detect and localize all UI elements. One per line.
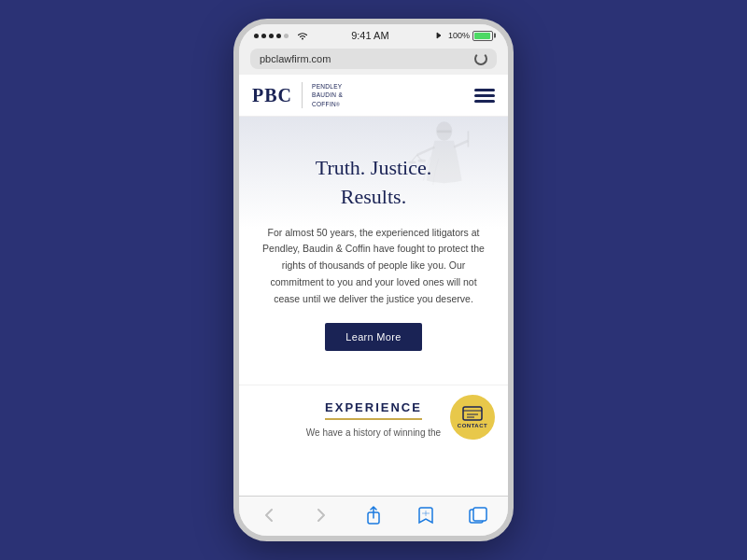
signal-area <box>254 31 308 41</box>
battery-fill <box>474 33 490 39</box>
hero-description: For almost 50 years, the experienced lit… <box>258 225 489 308</box>
phone-content: PBC PENDLEYBAUDIN &COFFIN® <box>239 75 508 496</box>
safari-toolbar <box>239 496 508 536</box>
experience-title: EXPERIENCE <box>325 400 422 420</box>
signal-dot <box>276 34 281 38</box>
share-button[interactable] <box>357 502 390 528</box>
learn-more-button[interactable]: Learn More <box>325 323 421 351</box>
hamburger-line <box>474 94 495 97</box>
svg-rect-9 <box>463 407 482 420</box>
logo-pbc: PBC <box>252 85 292 106</box>
forward-button[interactable] <box>304 502 338 528</box>
logo-text: PENDLEYBAUDIN &COFFIN® <box>312 82 343 107</box>
svg-rect-15 <box>473 508 486 521</box>
hero-title: Truth. Justice.Results. <box>258 154 489 212</box>
signal-dot <box>254 34 259 38</box>
signal-dot <box>269 34 274 38</box>
battery-percent: 100% <box>448 31 470 40</box>
hero-section: Truth. Justice.Results. For almost 50 ye… <box>239 117 508 496</box>
signal-dot <box>284 34 289 38</box>
status-time: 9:41 AM <box>351 30 388 41</box>
tabs-button[interactable] <box>461 502 495 528</box>
hamburger-menu[interactable] <box>474 89 495 103</box>
url-field[interactable]: pbclawfirm.com <box>250 49 497 69</box>
hero-content: Truth. Justice.Results. For almost 50 ye… <box>239 117 508 385</box>
contact-card-icon <box>462 406 483 421</box>
logo-area: PBC PENDLEYBAUDIN &COFFIN® <box>252 82 343 108</box>
hamburger-line <box>474 89 495 91</box>
contact-label: CONTACT <box>458 423 487 428</box>
experience-section: EXPERIENCE We have a history of winning … <box>239 385 508 447</box>
battery-indicator <box>472 31 493 41</box>
url-text: pbclawfirm.com <box>260 53 331 64</box>
signal-dot <box>261 34 266 38</box>
phone-frame: 9:41 AM 100% pbclawfirm.com PBC <box>233 19 514 541</box>
hamburger-line <box>474 100 495 103</box>
status-bar: 9:41 AM 100% <box>239 24 508 45</box>
bookmarks-button[interactable] <box>409 502 443 528</box>
wifi-icon <box>297 31 308 40</box>
bluetooth-icon <box>432 31 445 40</box>
nav-bar: PBC PENDLEYBAUDIN &COFFIN® <box>239 75 508 117</box>
battery-area: 100% <box>432 31 493 41</box>
logo-divider <box>302 82 303 108</box>
url-bar: pbclawfirm.com <box>239 45 508 75</box>
back-button[interactable] <box>252 502 286 528</box>
contact-badge[interactable]: CONTACT <box>450 395 495 440</box>
reload-icon[interactable] <box>474 52 487 65</box>
